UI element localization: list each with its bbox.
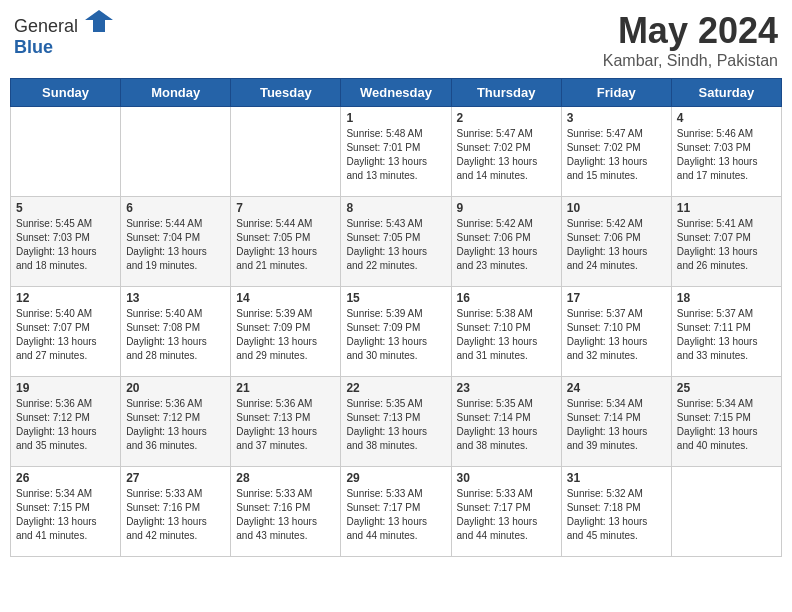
day-info: Sunrise: 5:32 AM Sunset: 7:18 PM Dayligh… <box>567 487 666 543</box>
calendar-cell: 9Sunrise: 5:42 AM Sunset: 7:06 PM Daylig… <box>451 197 561 287</box>
calendar-cell: 16Sunrise: 5:38 AM Sunset: 7:10 PM Dayli… <box>451 287 561 377</box>
calendar-cell: 28Sunrise: 5:33 AM Sunset: 7:16 PM Dayli… <box>231 467 341 557</box>
day-number: 18 <box>677 291 776 305</box>
day-info: Sunrise: 5:42 AM Sunset: 7:06 PM Dayligh… <box>457 217 556 273</box>
calendar-header: SundayMondayTuesdayWednesdayThursdayFrid… <box>11 79 782 107</box>
calendar-cell: 2Sunrise: 5:47 AM Sunset: 7:02 PM Daylig… <box>451 107 561 197</box>
header-day: Sunday <box>11 79 121 107</box>
calendar-cell: 24Sunrise: 5:34 AM Sunset: 7:14 PM Dayli… <box>561 377 671 467</box>
day-info: Sunrise: 5:33 AM Sunset: 7:16 PM Dayligh… <box>126 487 225 543</box>
day-info: Sunrise: 5:40 AM Sunset: 7:08 PM Dayligh… <box>126 307 225 363</box>
day-info: Sunrise: 5:34 AM Sunset: 7:15 PM Dayligh… <box>677 397 776 453</box>
logo: General Blue <box>14 10 113 58</box>
calendar-row: 12Sunrise: 5:40 AM Sunset: 7:07 PM Dayli… <box>11 287 782 377</box>
day-info: Sunrise: 5:38 AM Sunset: 7:10 PM Dayligh… <box>457 307 556 363</box>
logo-general: General <box>14 16 78 36</box>
header-day: Tuesday <box>231 79 341 107</box>
day-info: Sunrise: 5:40 AM Sunset: 7:07 PM Dayligh… <box>16 307 115 363</box>
day-info: Sunrise: 5:41 AM Sunset: 7:07 PM Dayligh… <box>677 217 776 273</box>
day-info: Sunrise: 5:39 AM Sunset: 7:09 PM Dayligh… <box>236 307 335 363</box>
day-info: Sunrise: 5:47 AM Sunset: 7:02 PM Dayligh… <box>457 127 556 183</box>
day-info: Sunrise: 5:37 AM Sunset: 7:11 PM Dayligh… <box>677 307 776 363</box>
calendar-cell: 22Sunrise: 5:35 AM Sunset: 7:13 PM Dayli… <box>341 377 451 467</box>
day-info: Sunrise: 5:45 AM Sunset: 7:03 PM Dayligh… <box>16 217 115 273</box>
day-number: 11 <box>677 201 776 215</box>
day-number: 12 <box>16 291 115 305</box>
page-header: General Blue May 2024 Kambar, Sindh, Pak… <box>10 10 782 70</box>
day-info: Sunrise: 5:34 AM Sunset: 7:15 PM Dayligh… <box>16 487 115 543</box>
day-number: 3 <box>567 111 666 125</box>
day-number: 13 <box>126 291 225 305</box>
calendar-cell <box>671 467 781 557</box>
header-day: Saturday <box>671 79 781 107</box>
day-info: Sunrise: 5:43 AM Sunset: 7:05 PM Dayligh… <box>346 217 445 273</box>
calendar-cell: 14Sunrise: 5:39 AM Sunset: 7:09 PM Dayli… <box>231 287 341 377</box>
logo-blue: Blue <box>14 37 53 57</box>
calendar-cell: 30Sunrise: 5:33 AM Sunset: 7:17 PM Dayli… <box>451 467 561 557</box>
calendar-cell <box>231 107 341 197</box>
calendar-cell: 19Sunrise: 5:36 AM Sunset: 7:12 PM Dayli… <box>11 377 121 467</box>
calendar-table: SundayMondayTuesdayWednesdayThursdayFrid… <box>10 78 782 557</box>
day-number: 16 <box>457 291 556 305</box>
day-number: 10 <box>567 201 666 215</box>
calendar-cell: 21Sunrise: 5:36 AM Sunset: 7:13 PM Dayli… <box>231 377 341 467</box>
header-day: Wednesday <box>341 79 451 107</box>
day-number: 23 <box>457 381 556 395</box>
day-number: 31 <box>567 471 666 485</box>
day-info: Sunrise: 5:36 AM Sunset: 7:12 PM Dayligh… <box>16 397 115 453</box>
day-info: Sunrise: 5:42 AM Sunset: 7:06 PM Dayligh… <box>567 217 666 273</box>
calendar-cell: 5Sunrise: 5:45 AM Sunset: 7:03 PM Daylig… <box>11 197 121 287</box>
svg-marker-0 <box>85 10 113 32</box>
day-number: 20 <box>126 381 225 395</box>
day-info: Sunrise: 5:37 AM Sunset: 7:10 PM Dayligh… <box>567 307 666 363</box>
calendar-cell: 25Sunrise: 5:34 AM Sunset: 7:15 PM Dayli… <box>671 377 781 467</box>
day-number: 1 <box>346 111 445 125</box>
calendar-row: 1Sunrise: 5:48 AM Sunset: 7:01 PM Daylig… <box>11 107 782 197</box>
day-number: 27 <box>126 471 225 485</box>
calendar-cell: 27Sunrise: 5:33 AM Sunset: 7:16 PM Dayli… <box>121 467 231 557</box>
calendar-cell: 26Sunrise: 5:34 AM Sunset: 7:15 PM Dayli… <box>11 467 121 557</box>
calendar-title: May 2024 <box>603 10 778 52</box>
day-number: 25 <box>677 381 776 395</box>
day-number: 2 <box>457 111 556 125</box>
calendar-cell: 1Sunrise: 5:48 AM Sunset: 7:01 PM Daylig… <box>341 107 451 197</box>
day-number: 21 <box>236 381 335 395</box>
day-info: Sunrise: 5:36 AM Sunset: 7:13 PM Dayligh… <box>236 397 335 453</box>
day-info: Sunrise: 5:34 AM Sunset: 7:14 PM Dayligh… <box>567 397 666 453</box>
header-day: Monday <box>121 79 231 107</box>
calendar-cell: 3Sunrise: 5:47 AM Sunset: 7:02 PM Daylig… <box>561 107 671 197</box>
day-info: Sunrise: 5:36 AM Sunset: 7:12 PM Dayligh… <box>126 397 225 453</box>
day-info: Sunrise: 5:35 AM Sunset: 7:13 PM Dayligh… <box>346 397 445 453</box>
day-number: 14 <box>236 291 335 305</box>
day-number: 30 <box>457 471 556 485</box>
calendar-body: 1Sunrise: 5:48 AM Sunset: 7:01 PM Daylig… <box>11 107 782 557</box>
calendar-location: Kambar, Sindh, Pakistan <box>603 52 778 70</box>
logo-text: General Blue <box>14 10 113 58</box>
day-number: 8 <box>346 201 445 215</box>
day-info: Sunrise: 5:33 AM Sunset: 7:17 PM Dayligh… <box>346 487 445 543</box>
calendar-cell <box>11 107 121 197</box>
calendar-cell: 8Sunrise: 5:43 AM Sunset: 7:05 PM Daylig… <box>341 197 451 287</box>
logo-icon <box>85 10 113 32</box>
day-number: 9 <box>457 201 556 215</box>
calendar-cell: 29Sunrise: 5:33 AM Sunset: 7:17 PM Dayli… <box>341 467 451 557</box>
calendar-row: 5Sunrise: 5:45 AM Sunset: 7:03 PM Daylig… <box>11 197 782 287</box>
calendar-cell: 10Sunrise: 5:42 AM Sunset: 7:06 PM Dayli… <box>561 197 671 287</box>
day-number: 5 <box>16 201 115 215</box>
day-number: 29 <box>346 471 445 485</box>
day-info: Sunrise: 5:46 AM Sunset: 7:03 PM Dayligh… <box>677 127 776 183</box>
day-number: 22 <box>346 381 445 395</box>
day-number: 26 <box>16 471 115 485</box>
calendar-cell: 17Sunrise: 5:37 AM Sunset: 7:10 PM Dayli… <box>561 287 671 377</box>
day-info: Sunrise: 5:44 AM Sunset: 7:05 PM Dayligh… <box>236 217 335 273</box>
calendar-cell: 18Sunrise: 5:37 AM Sunset: 7:11 PM Dayli… <box>671 287 781 377</box>
header-row: SundayMondayTuesdayWednesdayThursdayFrid… <box>11 79 782 107</box>
header-day: Thursday <box>451 79 561 107</box>
calendar-cell: 7Sunrise: 5:44 AM Sunset: 7:05 PM Daylig… <box>231 197 341 287</box>
day-info: Sunrise: 5:39 AM Sunset: 7:09 PM Dayligh… <box>346 307 445 363</box>
title-block: May 2024 Kambar, Sindh, Pakistan <box>603 10 778 70</box>
calendar-cell: 12Sunrise: 5:40 AM Sunset: 7:07 PM Dayli… <box>11 287 121 377</box>
calendar-cell: 31Sunrise: 5:32 AM Sunset: 7:18 PM Dayli… <box>561 467 671 557</box>
day-number: 28 <box>236 471 335 485</box>
calendar-cell: 11Sunrise: 5:41 AM Sunset: 7:07 PM Dayli… <box>671 197 781 287</box>
